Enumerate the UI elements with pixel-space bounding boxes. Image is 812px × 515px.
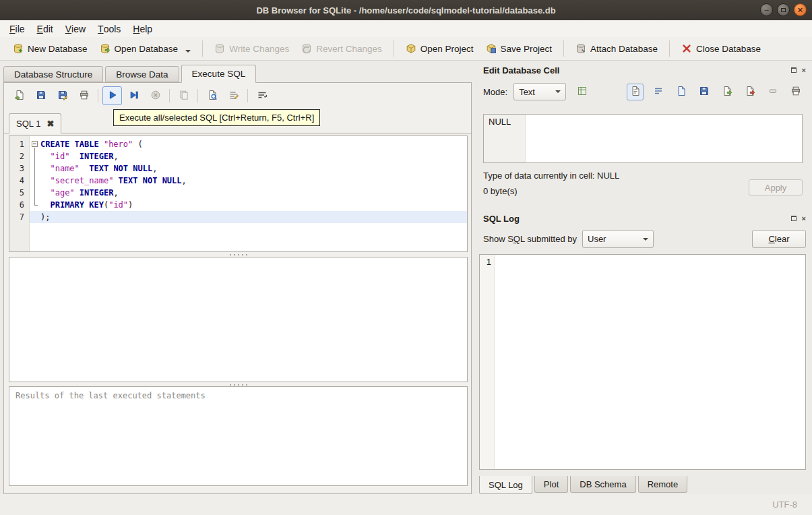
sql-log-title: SQL Log [479, 214, 520, 224]
float-icon[interactable] [791, 67, 797, 73]
dropdown-caret-icon[interactable] [185, 50, 191, 53]
mode-select[interactable]: Text [513, 83, 566, 100]
new-database-label: New Database [28, 44, 88, 54]
log-filter-select[interactable]: User [582, 230, 654, 248]
sql1-tab[interactable]: SQL 1 ✖ [9, 113, 61, 133]
close-database-button[interactable]: Close Database [675, 40, 767, 57]
open-project-label: Open Project [420, 44, 474, 54]
code-line-5[interactable]: 5 "age" INTEGER, [9, 187, 467, 199]
cell-size-info: 0 byte(s) [483, 186, 518, 196]
open-database-label: Open Database [115, 44, 179, 54]
fold-guide [30, 175, 40, 187]
tab-database-structure[interactable]: Database Structure [3, 66, 103, 82]
line-number: 2 [9, 150, 30, 162]
results-grid[interactable] [9, 257, 468, 382]
find-replace-button[interactable] [202, 86, 222, 105]
set-null-icon [768, 86, 778, 98]
edit-cell-title: Edit Database Cell [479, 65, 559, 75]
toolbar-separator [394, 40, 394, 57]
menu-file[interactable]: File [3, 20, 31, 37]
clear-button[interactable]: Clear [752, 230, 806, 248]
import-button[interactable] [718, 84, 735, 100]
auto-mode-button[interactable] [572, 83, 592, 100]
save-sql-as-button[interactable] [53, 86, 72, 105]
menu-help[interactable]: Help [127, 20, 158, 37]
tab-close-icon[interactable]: ✖ [46, 119, 54, 129]
right-dock: Edit Database Cell × Mode: Text NULL Typ… [475, 61, 812, 494]
save-file-icon [699, 86, 710, 98]
execute-all-button[interactable] [102, 86, 122, 105]
menu-view[interactable]: View [59, 20, 92, 37]
menu-edit[interactable]: Edit [31, 20, 59, 37]
code-line-7[interactable]: 7); [9, 211, 467, 223]
minimize-icon[interactable]: – [760, 3, 773, 16]
revert-changes-label: Revert Changes [316, 44, 382, 54]
save-sql-file-button[interactable] [31, 86, 51, 105]
export-icon [745, 86, 755, 98]
edit-cell-toolbar: Mode: Text [483, 83, 804, 100]
dock-tab-db-schema[interactable]: DB Schema [570, 476, 635, 493]
sql-editor[interactable]: 1CREATE TABLE "hero" (2 "id" INTEGER,3 "… [9, 135, 468, 252]
sql1-tab-label: SQL 1 [16, 119, 40, 129]
main-tab-bar: Database StructureBrowse DataExecute SQL [3, 65, 258, 82]
cell-type-info: Type of data currently in cell: NULL [483, 171, 619, 181]
open-sql-file-button[interactable] [9, 86, 29, 105]
title-bar: DB Browser for SQLite - /home/user/code/… [0, 0, 812, 20]
sql-log-header: SQL Log × [479, 211, 808, 226]
print-button[interactable] [74, 86, 94, 105]
menu-tools[interactable]: Tools [92, 20, 127, 37]
new-database-button[interactable]: New Database [7, 40, 94, 57]
tab-execute-sql[interactable]: Execute SQL [181, 65, 257, 83]
code-line-2[interactable]: 2 "id" INTEGER, [9, 150, 467, 162]
execute-line-icon [129, 90, 139, 102]
code-line-4[interactable]: 4 "secret_name" TEXT NOT NULL, [9, 175, 467, 187]
fold-toggle-icon[interactable] [30, 138, 40, 150]
set-null-button[interactable] [764, 84, 781, 100]
close-icon[interactable]: × [794, 3, 807, 16]
code-line-6[interactable]: 6 PRIMARY KEY("id") [9, 199, 467, 211]
word-wrap-icon [257, 90, 268, 102]
import-icon [722, 86, 732, 98]
app-window: DB Browser for SQLite - /home/user/code/… [0, 0, 812, 515]
open-database-button[interactable]: Open Database [94, 40, 197, 57]
dock-tab-plot[interactable]: Plot [534, 476, 568, 493]
cell-editor[interactable]: NULL [483, 114, 803, 163]
wrap-lines-button[interactable] [650, 84, 666, 100]
toolbar-separator [563, 40, 564, 57]
tab-browse-data[interactable]: Browse Data [105, 66, 179, 82]
dock-tab-remote[interactable]: Remote [638, 476, 688, 493]
execute-line-button[interactable] [124, 86, 144, 105]
close-icon[interactable]: × [802, 67, 806, 74]
format-sql-button[interactable] [224, 86, 243, 105]
fold-guide [30, 199, 40, 211]
execute-sql-panel: SQL 1 ✖ 1CREATE TABLE "hero" (2 "id" INT… [3, 82, 472, 494]
execute-all-icon [107, 90, 118, 102]
mode-label: Mode: [483, 87, 507, 97]
sql-log-area[interactable]: 1 [479, 254, 806, 470]
text-mode-button[interactable] [627, 84, 644, 100]
attach-database-icon [575, 43, 586, 54]
mode-select-value: Text [519, 87, 535, 97]
results-message: Results of the last executed statements [9, 386, 468, 486]
code-line-3[interactable]: 3 "name" TEXT NOT NULL, [9, 162, 467, 175]
attach-database-button[interactable]: Attach Database [569, 40, 664, 57]
close-icon[interactable]: × [802, 215, 806, 222]
wrap-lines-icon [653, 86, 664, 98]
float-icon[interactable] [791, 216, 797, 221]
fold-guide [30, 150, 40, 162]
export-button[interactable] [741, 84, 758, 100]
main-toolbar: New DatabaseOpen DatabaseWrite ChangesRe… [0, 37, 812, 61]
open-project-button[interactable]: Open Project [400, 40, 480, 57]
code-line-1[interactable]: 1CREATE TABLE "hero" ( [9, 138, 467, 150]
open-file-icon [676, 86, 687, 98]
open-file-button[interactable] [673, 84, 689, 100]
save-project-button[interactable]: Save Project [480, 40, 559, 57]
dock-tab-sql-log[interactable]: SQL Log [479, 476, 532, 494]
save-file-button[interactable] [695, 84, 712, 100]
print-button[interactable] [787, 84, 804, 100]
apply-button[interactable]: Apply [749, 179, 803, 195]
save-sql-as-icon [57, 90, 68, 102]
cell-value: NULL [484, 115, 526, 162]
word-wrap-button[interactable] [252, 86, 272, 105]
maximize-icon[interactable] [777, 3, 790, 16]
